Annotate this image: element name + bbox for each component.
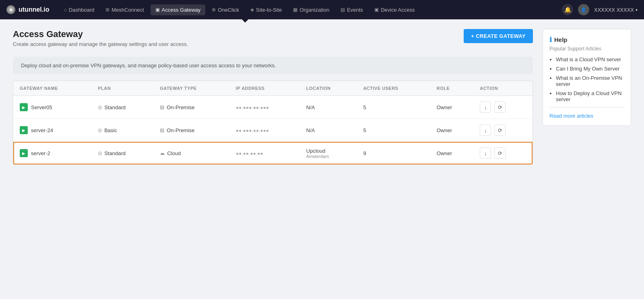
sidebar: ℹ Help Popular Support Articles What is … — [543, 29, 631, 289]
navbar: ⊕ utunnel.io ⌂ Dashboard ⊞ MeshConnect ▣… — [0, 0, 644, 19]
nav-right: 🔔 👤 XXXXXX XXXXX ▾ — [562, 4, 638, 15]
notifications-bell[interactable]: 🔔 — [562, 4, 573, 15]
page-header: Access Gateway Create access gateway and… — [13, 29, 533, 47]
nav-items: ⌂ Dashboard ⊞ MeshConnect ▣ Access Gatew… — [59, 4, 562, 15]
info-banner-text: Deploy cloud and on-premise VPN gateways… — [21, 62, 276, 69]
cell-name-server-24: ▶ server-24 — [13, 119, 91, 142]
cell-ip-server-24: ●●.●●●.●●.●●● — [229, 119, 300, 142]
nav-item-oneclick[interactable]: ⊕ OneClick — [207, 4, 244, 15]
nav-item-device-access-label: Device Access — [381, 7, 415, 13]
username-dropdown[interactable]: XXXXXX XXXXX ▾ — [594, 7, 638, 13]
active-users-count: 9 — [363, 150, 366, 156]
help-popular-label: Popular Support Articles — [549, 46, 624, 52]
cell-plan-server05: ◎ Standard — [91, 96, 153, 119]
help-article-link[interactable]: How to Deploy a Cloud VPN server — [556, 90, 621, 102]
nav-item-dashboard-label: Dashboard — [69, 7, 95, 13]
nav-item-meshconnect[interactable]: ⊞ MeshConnect — [101, 4, 149, 15]
help-article-item: Can I Bring My Own Server — [556, 66, 624, 72]
plan-text: Standard — [104, 150, 126, 156]
device-access-icon: ▣ — [374, 7, 379, 12]
username-text: XXXXXX XXXXX — [594, 7, 634, 13]
cell-type-server-2: ☁ Cloud — [153, 142, 229, 165]
download-button[interactable]: ↓ — [480, 102, 491, 113]
type-text: On-Premise — [167, 127, 194, 133]
nav-item-organization[interactable]: ▦ Organization — [288, 4, 334, 15]
nav-item-oneclick-label: OneClick — [218, 7, 239, 13]
cell-users-server05: 5 — [357, 96, 430, 119]
cell-location-server-24: N/A — [300, 119, 357, 142]
cell-action-server05: ↓ ⟳ — [473, 96, 533, 119]
active-users-count: 5 — [363, 104, 366, 110]
location-main: Upcloud — [306, 148, 351, 154]
help-articles-list: What is a Cloud VPN serverCan I Bring My… — [549, 56, 624, 102]
nav-item-device-access[interactable]: ▣ Device Access — [369, 4, 420, 15]
create-gateway-button[interactable]: + CREATE GATEWAY — [464, 29, 533, 43]
table-row[interactable]: ▶ server-2 ◎ Standard ☁ Cloud ●●.●●.●●.●… — [13, 142, 533, 165]
dashboard-icon: ⌂ — [64, 7, 66, 12]
gateways-table-card: GATEWAY NAME PLAN GATEWAY TYPE IP ADDRES… — [13, 81, 533, 165]
nav-item-organization-label: Organization — [299, 7, 329, 13]
help-article-link[interactable]: What is an On-Premise VPN server — [556, 75, 622, 87]
cell-type-server-24: ▤ On-Premise — [153, 119, 229, 142]
help-article-item: What is a Cloud VPN server — [556, 56, 624, 62]
nav-item-site-to-site[interactable]: ◈ Site-to-Site — [246, 4, 287, 15]
col-header-name: GATEWAY NAME — [13, 81, 91, 96]
table-row[interactable]: ▶ Server05 ◎ Standard ▤ On-Premise ●●.●●… — [13, 96, 533, 119]
help-section: ℹ Help Popular Support Articles What is … — [543, 29, 631, 126]
nav-item-meshconnect-label: MeshConnect — [111, 7, 144, 13]
more-options-button[interactable]: ⟳ — [494, 125, 506, 136]
type-icon: ▤ — [160, 104, 164, 110]
ip-text: ●●.●●.●●.●● — [236, 151, 263, 156]
gateway-name-text: server-2 — [31, 150, 50, 156]
cell-role-server-2: Owner — [430, 142, 473, 165]
help-icon: ℹ — [549, 36, 552, 44]
col-header-ip: IP ADDRESS — [229, 81, 300, 96]
help-article-link[interactable]: What is a Cloud VPN server — [556, 56, 621, 62]
oneclick-icon: ⊕ — [212, 7, 216, 12]
cell-location-server-2: Upcloud Amsterdam — [300, 142, 357, 165]
events-icon: ▤ — [341, 7, 345, 12]
cell-name-server05: ▶ Server05 — [13, 96, 91, 119]
cell-plan-server-2: ◎ Standard — [91, 142, 153, 165]
page-title-area: Access Gateway Create access gateway and… — [13, 29, 188, 47]
gateways-table: GATEWAY NAME PLAN GATEWAY TYPE IP ADDRES… — [13, 81, 533, 164]
brand-logo[interactable]: ⊕ utunnel.io — [6, 5, 49, 14]
cell-type-server05: ▤ On-Premise — [153, 96, 229, 119]
read-more-link[interactable]: Read more articles — [549, 113, 593, 119]
info-banner: Deploy cloud and on-premise VPN gateways… — [13, 57, 533, 74]
cell-name-server-2: ▶ server-2 — [13, 142, 91, 165]
main-content: Access Gateway Create access gateway and… — [0, 19, 644, 299]
table-row[interactable]: ▶ server-24 ◎ Basic ▤ On-Premise ●●.●●●.… — [13, 119, 533, 142]
nav-item-events-label: Events — [347, 7, 363, 13]
plan-text: Basic — [104, 127, 117, 133]
cell-role-server05: Owner — [430, 96, 473, 119]
gateway-name-text: server-24 — [31, 127, 53, 133]
help-article-link[interactable]: Can I Bring My Own Server — [556, 66, 619, 72]
cell-ip-server05: ●●.●●●.●●.●●● — [229, 96, 300, 119]
table-header: GATEWAY NAME PLAN GATEWAY TYPE IP ADDRES… — [13, 81, 533, 96]
nav-item-events[interactable]: ▤ Events — [336, 4, 368, 15]
more-options-button[interactable]: ⟳ — [494, 147, 506, 159]
role-text: Owner — [437, 104, 452, 110]
col-header-plan: PLAN — [91, 81, 153, 96]
location-sub: Amsterdam — [306, 154, 351, 159]
cell-role-server-24: Owner — [430, 119, 473, 142]
location-main: N/A — [306, 104, 351, 110]
nav-item-dashboard[interactable]: ⌂ Dashboard — [59, 4, 99, 15]
gateway-name-text: Server05 — [31, 104, 52, 110]
help-article-item: What is an On-Premise VPN server — [556, 75, 624, 87]
cell-users-server-2: 9 — [357, 142, 430, 165]
page-title: Access Gateway — [13, 29, 188, 39]
plan-icon: ◎ — [98, 104, 102, 110]
ip-text: ●●.●●●.●●.●●● — [236, 105, 269, 110]
more-options-button[interactable]: ⟳ — [494, 102, 506, 113]
plan-icon: ◎ — [98, 127, 102, 133]
ip-text: ●●.●●●.●●.●●● — [236, 128, 269, 133]
download-button[interactable]: ↓ — [480, 125, 491, 136]
nav-item-access-gateway[interactable]: ▣ Access Gateway — [151, 4, 206, 15]
organization-icon: ▦ — [293, 7, 297, 12]
download-button[interactable]: ↓ — [480, 147, 491, 159]
type-icon: ☁ — [160, 150, 165, 156]
cell-users-server-24: 5 — [357, 119, 430, 142]
user-avatar[interactable]: 👤 — [578, 4, 589, 15]
